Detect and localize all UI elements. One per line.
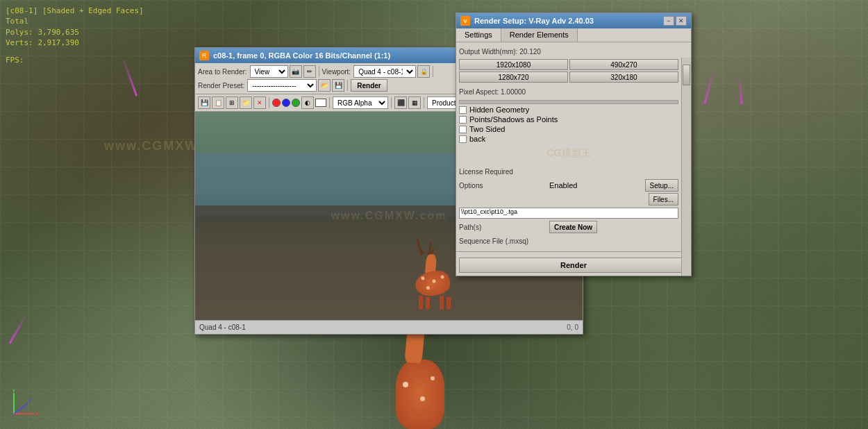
render-window-icon: R bbox=[199, 51, 209, 60]
create-path-row: Path(s) Create Now bbox=[459, 221, 678, 233]
files-button[interactable]: Files... bbox=[649, 193, 678, 205]
hidden-geometry-checkbox[interactable] bbox=[459, 106, 467, 114]
vray-icon: V bbox=[460, 16, 470, 26]
area-render-select[interactable]: View bbox=[250, 65, 288, 78]
pixel-aspect-label: Pixel Aspect: 1.00000 bbox=[459, 88, 549, 96]
viewport-select[interactable]: Quad 4 - c08-1 bbox=[353, 65, 416, 78]
create-now-button[interactable]: Create Now bbox=[549, 221, 597, 233]
separator-7 bbox=[424, 97, 424, 108]
viewport-section: Viewport: Quad 4 - c08-1 🔒 bbox=[322, 65, 431, 78]
render-bottom-bar: Quad 4 - c08-1 0, 0 bbox=[195, 320, 583, 334]
leg-4 bbox=[446, 297, 451, 310]
svg-text:Y: Y bbox=[12, 389, 16, 394]
vray-scrollbar[interactable] bbox=[681, 58, 691, 276]
back-row: back bbox=[459, 135, 678, 143]
render-preset-section: Render Preset: ------------------- 📂 💾 bbox=[198, 79, 344, 92]
back-label: back bbox=[469, 135, 485, 143]
vray-panel-body: Output Width(mm): 20.120 1920x1080 490x2… bbox=[456, 42, 691, 276]
render-preset-label: Render Preset: bbox=[198, 82, 244, 90]
license-required-row: License Required bbox=[459, 165, 678, 178]
toolbar-clone-btn[interactable]: ⊞ bbox=[226, 96, 238, 109]
viewport-lock-btn[interactable]: 🔒 bbox=[417, 65, 430, 78]
options-label: Options bbox=[459, 182, 549, 190]
separator-6 bbox=[391, 97, 392, 108]
sequence-file-label: Sequence File (.mxsq) bbox=[459, 237, 549, 245]
color-red[interactable] bbox=[272, 99, 281, 107]
create-path-label: Path(s) bbox=[459, 224, 549, 231]
spot-4 bbox=[426, 286, 430, 290]
svg-text:X: X bbox=[35, 411, 38, 417]
tab-settings[interactable]: Settings bbox=[456, 28, 501, 42]
vray-content-area: Output Width(mm): 20.120 1920x1080 490x2… bbox=[456, 42, 691, 251]
area-to-render-section: Area to Render: View 📷 ✏ bbox=[198, 65, 316, 78]
stats-total: Total bbox=[6, 16, 144, 26]
mono-btn[interactable]: ◐ bbox=[301, 96, 314, 109]
vray-render-setup: V Render Setup: V-Ray Adv 2.40.03 − ✕ Se… bbox=[456, 12, 692, 276]
color-green[interactable] bbox=[292, 99, 300, 107]
toolbar-save-btn[interactable]: 💾 bbox=[198, 96, 210, 109]
panel-watermark: CG模型王 bbox=[459, 144, 678, 162]
vray-tabs: Settings Render Elements bbox=[456, 28, 691, 42]
pixel-aspect-row: Pixel Aspect: 1.00000 bbox=[459, 85, 678, 98]
area-render-btn1[interactable]: 📷 bbox=[290, 65, 302, 78]
area-render-btn2[interactable]: ✏ bbox=[303, 65, 316, 78]
hidden-geometry-label: Hidden Geometry bbox=[469, 106, 529, 114]
viewport-info: [c08-1] [Shaded + Edged Faces] Total Pol… bbox=[6, 6, 144, 49]
area-render-label: Area to Render: bbox=[198, 68, 247, 76]
size-preset-1080[interactable]: 1920x1080 bbox=[459, 59, 568, 70]
white-rect[interactable] bbox=[315, 99, 326, 107]
separator-2 bbox=[433, 66, 433, 77]
back-checkbox[interactable] bbox=[459, 135, 467, 143]
spot-2 bbox=[432, 279, 436, 283]
toolbar-delete-btn[interactable]: ✕ bbox=[253, 96, 266, 109]
tab-render-elements[interactable]: Render Elements bbox=[501, 28, 578, 42]
toolbar-copy-btn[interactable]: 📋 bbox=[212, 96, 224, 109]
license-required-label: License Required bbox=[459, 168, 549, 176]
deer-body bbox=[413, 269, 451, 298]
vray-minimize-btn[interactable]: − bbox=[663, 16, 674, 26]
separator-3 bbox=[347, 80, 348, 91]
vray-scrollbar-thumb[interactable] bbox=[683, 65, 690, 85]
two-sided-checkbox[interactable] bbox=[459, 126, 467, 133]
size-preset-490[interactable]: 490x270 bbox=[569, 59, 678, 70]
size-preset-720[interactable]: 1280x720 bbox=[459, 72, 568, 83]
leg-2 bbox=[426, 297, 430, 310]
viewport-background: [c08-1] [Shaded + Edged Faces] Total Pol… bbox=[0, 0, 868, 429]
options-section-header bbox=[459, 100, 678, 104]
bottom-coords: 0, 0 bbox=[567, 323, 578, 331]
separator-4 bbox=[269, 97, 269, 108]
color-blue[interactable] bbox=[282, 99, 290, 107]
path-input[interactable]: \\pt10_cxc\pt10_.tga bbox=[459, 208, 678, 219]
view-btn1[interactable]: ⬛ bbox=[394, 96, 407, 109]
render-preset-select[interactable]: ------------------- bbox=[247, 79, 317, 92]
stats-verts: Verts: 2,917,390 bbox=[6, 37, 144, 48]
points-shadows-row: Points/Shadows as Points bbox=[459, 115, 678, 124]
vray-close-btn[interactable]: ✕ bbox=[676, 16, 687, 26]
toolbar-open-btn[interactable]: 📁 bbox=[240, 96, 252, 109]
bottom-view-label: Quad 4 - c08-1 bbox=[199, 323, 246, 331]
view-btn2[interactable]: ▦ bbox=[408, 96, 421, 109]
points-shadows-checkbox[interactable] bbox=[459, 116, 467, 124]
spot-3 bbox=[440, 275, 444, 279]
svg-line-2 bbox=[14, 403, 28, 414]
render-watermark: www.CGMXW.com bbox=[331, 210, 447, 222]
output-width-row: Output Width(mm): 20.120 bbox=[459, 45, 678, 58]
output-width-label: Output Width(mm): 20.120 bbox=[459, 48, 549, 56]
path-row: \\pt10_cxc\pt10_.tga bbox=[459, 207, 678, 219]
two-sided-row: Two Sided bbox=[459, 125, 678, 133]
vray-title: Render Setup: V-Ray Adv 2.40.03 bbox=[474, 17, 659, 25]
vray-render-button[interactable]: Render bbox=[459, 258, 688, 273]
channel-select[interactable]: RGB Alpha bbox=[333, 96, 388, 109]
viewport-label: Viewport: bbox=[322, 68, 351, 76]
size-preset-320[interactable]: 320x180 bbox=[569, 72, 678, 83]
hidden-geometry-row: Hidden Geometry bbox=[459, 106, 678, 114]
stats-polys: Polys: 3,790,635 bbox=[6, 27, 144, 37]
render-main-button[interactable]: Render bbox=[351, 79, 387, 92]
coord-axes: X Y Z bbox=[10, 389, 38, 419]
setup-button[interactable]: Setup... bbox=[645, 179, 678, 192]
preset-load-btn[interactable]: 📂 bbox=[318, 79, 331, 92]
points-shadows-label: Points/Shadows as Points bbox=[469, 115, 558, 124]
render-btn-container: Render bbox=[456, 251, 691, 276]
preset-save-btn[interactable]: 💾 bbox=[332, 79, 344, 92]
separator-1 bbox=[319, 66, 319, 77]
